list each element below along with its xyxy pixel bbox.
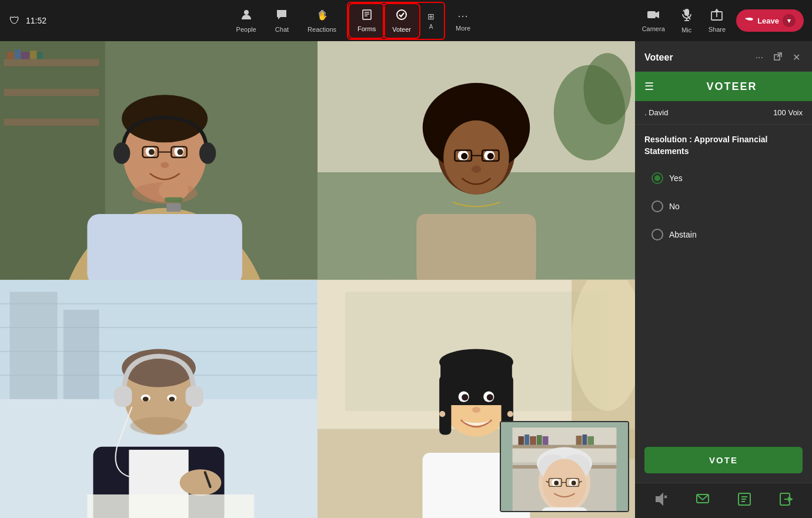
- video-cell-4: [318, 280, 635, 519]
- video-cell-3: [0, 280, 318, 519]
- camera-button[interactable]: Camera: [636, 6, 671, 36]
- svg-rect-2: [363, 10, 371, 19]
- participant-3-video: [0, 280, 318, 519]
- leave-phone-icon: [744, 16, 754, 25]
- video-cell-2: [318, 41, 635, 280]
- leave-label: Leave: [757, 16, 779, 25]
- svg-point-46: [583, 53, 631, 125]
- time-display: 11:52: [26, 16, 46, 25]
- nav-apps-label: A: [429, 24, 433, 30]
- panel-close-button[interactable]: ✕: [790, 49, 803, 65]
- svg-rect-42: [166, 203, 181, 212]
- share-label: Share: [709, 26, 726, 33]
- svg-point-0: [244, 10, 249, 15]
- forms-icon: [362, 9, 372, 23]
- mic-icon: [681, 8, 692, 24]
- svg-rect-68: [10, 292, 58, 399]
- nav-reactions[interactable]: ✋ Reactions: [299, 4, 345, 38]
- shield-icon: 🛡: [9, 15, 20, 27]
- nav-more[interactable]: ··· More: [447, 5, 479, 36]
- svg-point-36: [113, 142, 130, 163]
- option-no-label: No: [669, 202, 680, 211]
- panel-popout-button[interactable]: [771, 50, 784, 65]
- svg-point-55: [461, 153, 467, 159]
- svg-point-77: [169, 396, 175, 401]
- svg-rect-112: [543, 436, 549, 445]
- voice-count: 100 Voix: [773, 108, 803, 117]
- message-button[interactable]: [690, 489, 715, 512]
- svg-point-60: [472, 166, 481, 173]
- svg-rect-113: [576, 436, 582, 445]
- svg-point-97: [462, 394, 468, 400]
- svg-rect-39: [87, 214, 242, 280]
- svg-rect-17: [4, 59, 99, 66]
- svg-point-30: [149, 149, 155, 155]
- vote-option-no[interactable]: No: [644, 195, 803, 218]
- leave-chevron-icon[interactable]: ▾: [783, 14, 796, 27]
- apps-icon: ⊞: [427, 12, 435, 21]
- svg-rect-24: [37, 52, 42, 59]
- top-bar-left: 🛡 11:52: [0, 15, 71, 27]
- nav-voteer[interactable]: Voteer: [384, 4, 419, 38]
- svg-point-6: [397, 10, 406, 19]
- svg-point-56: [487, 153, 494, 159]
- nav-forms[interactable]: Forms: [349, 4, 384, 38]
- chat-icon: [276, 9, 288, 24]
- panel-bottom-toolbar: [635, 483, 812, 518]
- mic-button[interactable]: Mic: [676, 5, 698, 37]
- user-name: . David: [644, 108, 668, 117]
- mic-label: Mic: [681, 26, 691, 34]
- nav-people-label: People: [236, 26, 256, 33]
- svg-point-78: [130, 417, 187, 435]
- svg-rect-79: [114, 386, 132, 406]
- svg-rect-92: [439, 375, 451, 435]
- poll-button[interactable]: [732, 489, 757, 512]
- top-bar-right: Camera Mic: [636, 5, 812, 37]
- vote-button[interactable]: VOTE: [644, 447, 803, 473]
- svg-point-101: [472, 406, 480, 412]
- volume-button[interactable]: [649, 489, 673, 512]
- svg-rect-110: [530, 436, 536, 445]
- svg-rect-111: [537, 435, 542, 445]
- svg-point-124: [572, 481, 576, 486]
- svg-point-100: [507, 411, 513, 417]
- svg-marker-8: [656, 11, 659, 18]
- svg-rect-61: [417, 214, 536, 280]
- panel-header-icons: ··· ✕: [753, 49, 803, 65]
- nav-reactions-label: Reactions: [308, 26, 336, 33]
- people-icon: [240, 9, 252, 24]
- radio-abstain: [651, 229, 663, 240]
- panel-more-button[interactable]: ···: [753, 50, 766, 65]
- nav-chat[interactable]: Chat: [267, 4, 297, 38]
- panel-header: Voteer ··· ✕: [635, 41, 812, 72]
- top-bar: 🛡 11:52 People Chat: [0, 0, 812, 41]
- video-grid: [0, 41, 635, 518]
- leave-button[interactable]: Leave ▾: [736, 9, 804, 32]
- resolution-label: Resolution : Approval Financial Statemen…: [644, 134, 803, 157]
- vote-option-abstain[interactable]: Abstain: [644, 223, 803, 246]
- participant-1-video: [0, 41, 318, 280]
- vote-option-yes[interactable]: Yes: [644, 166, 803, 190]
- svg-rect-83: [87, 494, 254, 518]
- svg-point-94: [439, 349, 513, 375]
- svg-point-123: [554, 481, 559, 486]
- svg-point-98: [487, 394, 493, 400]
- resolution-section: Resolution : Approval Financial Statemen…: [635, 125, 812, 437]
- hamburger-icon[interactable]: ☰: [644, 80, 654, 93]
- svg-point-31: [177, 149, 183, 155]
- camera-label: Camera: [642, 25, 665, 32]
- share-button[interactable]: Share: [703, 5, 731, 36]
- svg-point-99: [439, 411, 445, 417]
- nav-people[interactable]: People: [228, 4, 265, 38]
- nav-apps[interactable]: ⊞ A: [419, 4, 443, 38]
- svg-rect-114: [582, 435, 587, 445]
- svg-point-76: [143, 396, 149, 401]
- svg-rect-23: [30, 51, 36, 59]
- exit-panel-button[interactable]: [774, 489, 798, 512]
- svg-rect-22: [21, 52, 29, 59]
- nav-chat-label: Chat: [275, 26, 289, 33]
- voteer-title: VOTEER: [661, 81, 803, 93]
- participant-2-video: [318, 41, 635, 280]
- svg-rect-21: [15, 49, 21, 59]
- svg-rect-18: [4, 89, 99, 96]
